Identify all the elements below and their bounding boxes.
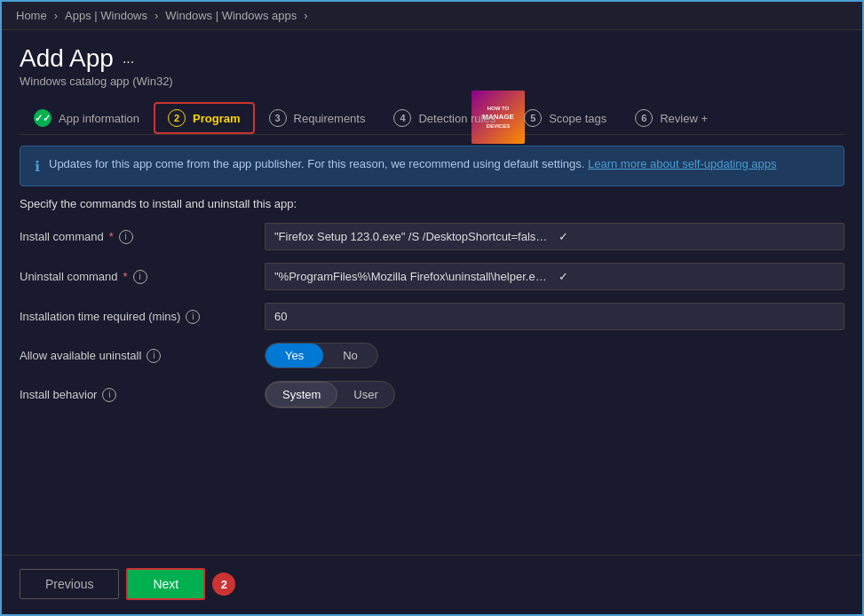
step5-num: 5 <box>524 109 542 127</box>
install-behavior-label: Install behavior i <box>20 388 250 402</box>
step6-num: 6 <box>635 109 653 127</box>
install-time-info-icon[interactable]: i <box>186 310 200 324</box>
allow-uninstall-no[interactable]: No <box>323 344 377 367</box>
install-command-info-icon[interactable]: i <box>119 230 133 244</box>
info-text: Updates for this app come from the app p… <box>49 157 776 175</box>
page-subtitle: Windows catalog app (Win32) <box>20 75 844 88</box>
page-title: Add App <box>20 44 114 73</box>
uninstall-command-label: Uninstall command * i <box>20 270 250 284</box>
install-command-input[interactable]: "Firefox Setup 123.0.exe" /S /DesktopSho… <box>265 223 844 250</box>
info-banner: ℹ Updates for this app come from the app… <box>20 146 844 186</box>
step-detection-rules[interactable]: 4 Detection rules <box>379 102 510 134</box>
step4-num: 4 <box>393 109 411 127</box>
previous-button[interactable]: Previous <box>20 569 119 599</box>
uninstall-command-info-icon[interactable]: i <box>133 270 147 284</box>
step-app-information[interactable]: ✓ App information <box>20 102 154 134</box>
install-command-row: Install command * i "Firefox Setup 123.0… <box>20 223 844 250</box>
more-options-icon[interactable]: ... <box>123 51 134 67</box>
breadcrumb-apps-windows[interactable]: Apps | Windows <box>65 9 147 22</box>
form-section-title: Specify the commands to install and unin… <box>20 197 844 210</box>
uninstall-required: * <box>123 270 128 283</box>
allow-uninstall-row: Allow available uninstall i Yes No <box>20 343 844 368</box>
step3-label: Requirements <box>294 112 366 125</box>
install-time-label: Installation time required (mins) i <box>20 310 250 324</box>
allow-uninstall-yes[interactable]: Yes <box>266 344 323 367</box>
allow-uninstall-info-icon[interactable]: i <box>147 349 161 363</box>
install-command-value: "Firefox Setup 123.0.exe" /S /DesktopSho… <box>274 230 551 243</box>
step1-label: App information <box>59 112 139 125</box>
info-icon: ℹ <box>35 158 40 175</box>
steps-navigation: ✓ App information 2 Program 3 Requiremen… <box>20 102 844 135</box>
install-behavior-toggle[interactable]: System User <box>265 381 395 408</box>
info-link[interactable]: Learn more about self-updating apps <box>588 157 776 170</box>
uninstall-command-value: "%ProgramFiles%\Mozilla Firefox\uninstal… <box>274 270 551 283</box>
install-time-value: 60 <box>274 310 835 323</box>
uninstall-command-checkmark: ✓ <box>559 270 836 283</box>
step3-num: 3 <box>269 109 287 127</box>
step4-label: Detection rules <box>418 112 495 125</box>
bottom-navigation: Previous Next 2 <box>2 555 862 612</box>
install-time-input[interactable]: 60 <box>265 303 844 330</box>
step5-label: Scope tags <box>549 112 606 125</box>
install-time-row: Installation time required (mins) i 60 <box>20 303 844 330</box>
install-command-label: Install command * i <box>20 230 250 244</box>
breadcrumb-home[interactable]: Home <box>16 9 47 22</box>
breadcrumb-windows-apps[interactable]: Windows | Windows apps <box>165 9 297 22</box>
install-behavior-info-icon[interactable]: i <box>102 388 116 402</box>
allow-uninstall-toggle[interactable]: Yes No <box>265 343 378 368</box>
next-button[interactable]: Next <box>126 568 205 600</box>
step2-num: 2 <box>168 109 186 127</box>
step1-num: ✓ <box>34 109 52 127</box>
step-requirements[interactable]: 3 Requirements <box>255 102 380 134</box>
install-behavior-row: Install behavior i System User <box>20 381 844 408</box>
allow-uninstall-label: Allow available uninstall i <box>20 349 250 363</box>
step-review[interactable]: 6 Review + <box>621 102 722 134</box>
uninstall-command-input[interactable]: "%ProgramFiles%\Mozilla Firefox\uninstal… <box>265 263 844 290</box>
install-required: * <box>109 230 114 243</box>
install-command-checkmark: ✓ <box>559 230 836 243</box>
step-badge: 2 <box>212 573 235 596</box>
step-scope-tags[interactable]: 5 Scope tags <box>510 102 621 134</box>
step2-label: Program <box>193 112 240 125</box>
step-program[interactable]: 2 Program <box>154 102 254 134</box>
install-behavior-user[interactable]: User <box>337 383 393 407</box>
breadcrumb: Home › Apps | Windows › Windows | Window… <box>2 2 862 30</box>
step6-label: Review + <box>660 112 708 125</box>
install-behavior-system[interactable]: System <box>266 382 337 407</box>
uninstall-command-row: Uninstall command * i "%ProgramFiles%\Mo… <box>20 263 844 290</box>
